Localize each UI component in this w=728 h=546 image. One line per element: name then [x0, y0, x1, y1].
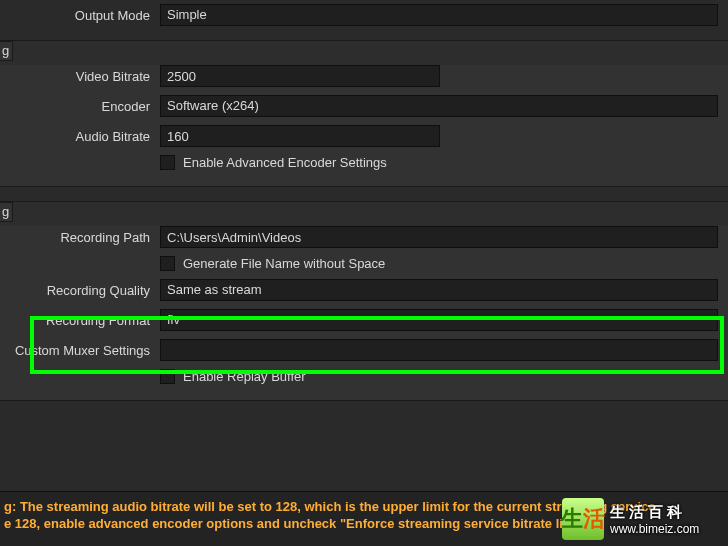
encoder-select[interactable]: Software (x264): [160, 95, 718, 117]
warning-footer: g: The streaming audio bitrate will be s…: [0, 491, 728, 546]
recording-section-tab: g: [0, 202, 13, 222]
custom-muxer-row: Custom Muxer Settings: [0, 339, 728, 361]
recording-format-label: Recording Format: [0, 313, 160, 328]
output-mode-row: Output Mode Simple: [0, 4, 728, 26]
gen-filename-label: Generate File Name without Space: [183, 256, 385, 271]
warning-line-1: g: The streaming audio bitrate will be s…: [4, 498, 724, 515]
recording-quality-value: Same as stream: [167, 282, 262, 297]
audio-bitrate-row: Audio Bitrate: [0, 125, 728, 147]
output-mode-block: Output Mode Simple: [0, 0, 728, 26]
recording-path-label: Recording Path: [0, 230, 160, 245]
warning-line-2: e 128, enable advanced encoder options a…: [4, 515, 724, 532]
output-mode-value: Simple: [167, 7, 207, 22]
output-mode-select[interactable]: Simple: [160, 4, 718, 26]
video-bitrate-spinner: [160, 65, 440, 87]
recording-format-value: flv: [167, 312, 180, 327]
video-bitrate-input[interactable]: [160, 65, 440, 87]
encoder-row: Encoder Software (x264): [0, 95, 728, 117]
recording-quality-select[interactable]: Same as stream: [160, 279, 718, 301]
recording-quality-label: Recording Quality: [0, 283, 160, 298]
enable-adv-checkbox[interactable]: [160, 155, 175, 170]
recording-tab-char: g: [2, 204, 9, 219]
recording-path-row: Recording Path: [0, 226, 728, 248]
streaming-tab-char: g: [2, 43, 9, 58]
recording-quality-row: Recording Quality Same as stream: [0, 279, 728, 301]
streaming-section-body: Video Bitrate Encoder Software (x264) Au…: [0, 65, 728, 186]
gen-filename-checkbox[interactable]: [160, 256, 175, 271]
video-bitrate-row: Video Bitrate: [0, 65, 728, 87]
recording-format-row: Recording Format flv: [0, 309, 728, 331]
gen-filename-row[interactable]: Generate File Name without Space: [160, 256, 728, 271]
streaming-section: g Video Bitrate Encoder Software (x264) …: [0, 40, 728, 187]
enable-adv-row[interactable]: Enable Advanced Encoder Settings: [160, 155, 728, 170]
replay-buffer-label: Enable Replay Buffer: [183, 369, 306, 384]
recording-section-body: Recording Path Generate File Name withou…: [0, 226, 728, 400]
audio-bitrate-label: Audio Bitrate: [0, 129, 160, 144]
recording-format-select[interactable]: flv: [160, 309, 718, 331]
recording-path-input[interactable]: [160, 226, 718, 248]
recording-section: g Recording Path Generate File Name with…: [0, 201, 728, 401]
video-bitrate-label: Video Bitrate: [0, 69, 160, 84]
audio-bitrate-spinner: [160, 125, 440, 147]
replay-buffer-row[interactable]: Enable Replay Buffer: [160, 369, 728, 384]
audio-bitrate-input[interactable]: [160, 125, 440, 147]
replay-buffer-checkbox[interactable]: [160, 369, 175, 384]
custom-muxer-label: Custom Muxer Settings: [0, 343, 160, 358]
output-mode-label: Output Mode: [0, 8, 160, 23]
streaming-section-tab: g: [0, 41, 13, 61]
encoder-value: Software (x264): [167, 98, 259, 113]
custom-muxer-input[interactable]: [160, 339, 718, 361]
encoder-label: Encoder: [0, 99, 160, 114]
enable-adv-label: Enable Advanced Encoder Settings: [183, 155, 387, 170]
